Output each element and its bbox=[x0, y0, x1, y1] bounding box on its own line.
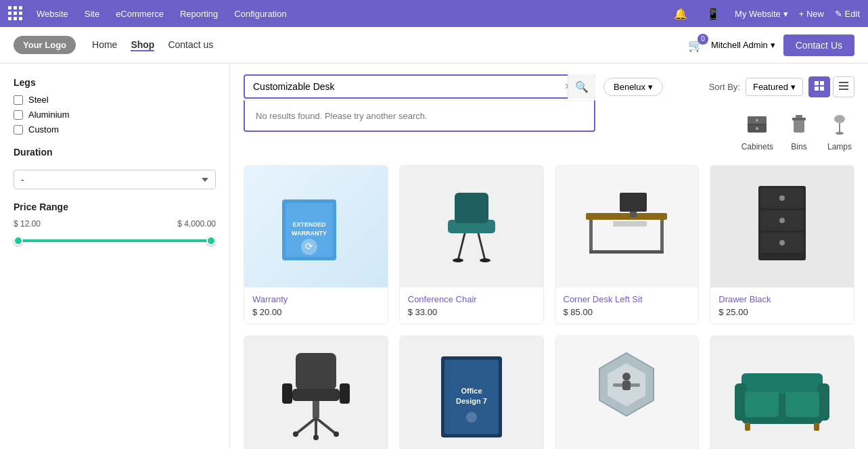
svg-rect-67 bbox=[741, 373, 823, 394]
svg-point-64 bbox=[622, 373, 631, 381]
svg-line-28 bbox=[478, 233, 485, 260]
svg-point-54 bbox=[334, 431, 339, 437]
product-price-drawer-black: $ 25.00 bbox=[718, 307, 846, 317]
svg-rect-33 bbox=[630, 212, 637, 217]
sort-dropdown[interactable]: Featured ▾ bbox=[746, 78, 803, 96]
my-website-dropdown[interactable]: My Website ▾ bbox=[735, 9, 788, 19]
duration-filter: Duration - bbox=[14, 147, 216, 189]
site-logo[interactable]: Your Logo bbox=[14, 36, 76, 54]
edit-button[interactable]: ✎ Edit bbox=[835, 9, 860, 19]
svg-point-10 bbox=[756, 127, 758, 130]
search-dropdown: No results found. Please try another sea… bbox=[244, 100, 595, 132]
svg-text:WARRANTY: WARRANTY bbox=[292, 230, 327, 237]
grid-view-button[interactable] bbox=[808, 76, 830, 97]
admin-dropdown[interactable]: Mitchell Admin ▾ bbox=[711, 40, 775, 50]
list-view-button[interactable] bbox=[833, 76, 854, 97]
contact-us-button[interactable]: Contact Us bbox=[783, 34, 854, 56]
category-lamps-label: Lamps bbox=[827, 142, 852, 151]
category-lamps[interactable]: Lamps bbox=[825, 110, 854, 151]
search-input[interactable]: Customizable Desk bbox=[244, 74, 595, 99]
category-cabinets[interactable]: Cabinets bbox=[741, 110, 773, 151]
legs-aluminium-checkbox[interactable] bbox=[14, 110, 23, 120]
product-image-office-chair bbox=[244, 336, 388, 449]
product-name-warranty[interactable]: Warranty bbox=[252, 294, 380, 304]
category-cabinets-label: Cabinets bbox=[741, 142, 773, 151]
svg-rect-14 bbox=[796, 115, 802, 118]
category-bins[interactable]: Bins bbox=[784, 110, 814, 151]
product-card-office-design[interactable]: Office Design 7 Office Design 7 $ 59.00 bbox=[399, 335, 544, 449]
svg-point-44 bbox=[779, 240, 785, 245]
svg-point-29 bbox=[453, 258, 463, 262]
svg-line-50 bbox=[296, 418, 316, 434]
product-card-warranty[interactable]: EXTENDED WARRANTY ⟳ Warranty $ 20.00 bbox=[244, 165, 388, 325]
legs-filter-title: Legs bbox=[14, 77, 216, 88]
nav-home[interactable]: Home bbox=[92, 39, 117, 51]
region-dropdown[interactable]: Benelux ▾ bbox=[603, 78, 663, 96]
product-card-office-chair[interactable]: Office Chair $ 45.00 bbox=[244, 335, 388, 449]
price-max: $ 4,000.00 bbox=[177, 219, 216, 229]
legs-custom-option[interactable]: Custom bbox=[14, 124, 216, 135]
svg-text:Design 7: Design 7 bbox=[456, 397, 487, 405]
svg-point-17 bbox=[836, 132, 844, 135]
product-info-drawer-black: Drawer Black $ 25.00 bbox=[710, 287, 854, 324]
product-name-conference-chair[interactable]: Conference Chair bbox=[408, 294, 535, 304]
legs-custom-label: Custom bbox=[28, 124, 59, 135]
product-card-drawer-black[interactable]: Drawer Black $ 25.00 bbox=[710, 165, 854, 325]
duration-select[interactable]: - bbox=[14, 170, 216, 189]
product-card-sofa[interactable]: Sofa $ 199.00 bbox=[710, 335, 854, 449]
svg-text:Office: Office bbox=[461, 387, 482, 395]
price-range-slider[interactable] bbox=[14, 234, 216, 247]
search-wrapper: Customizable Desk × 🔍 No results found. … bbox=[244, 74, 595, 99]
svg-rect-16 bbox=[839, 123, 840, 133]
product-card-conference-chair[interactable]: Conference Chair $ 33.00 bbox=[399, 165, 544, 325]
product-card-corner-desk[interactable]: Corner Desk Left Sit $ 85.00 bbox=[555, 165, 700, 325]
apps-menu-icon[interactable] bbox=[8, 6, 23, 21]
nav-contact[interactable]: Contact us bbox=[168, 39, 213, 51]
svg-point-9 bbox=[756, 119, 758, 122]
svg-rect-12 bbox=[794, 119, 804, 133]
search-submit-button[interactable]: 🔍 bbox=[568, 74, 595, 99]
notification-icon[interactable]: 🔔 bbox=[670, 6, 691, 22]
sort-chevron-icon: ▾ bbox=[791, 82, 796, 92]
search-no-results-text: No results found. Please try another sea… bbox=[256, 111, 428, 121]
product-image-meeting-pod bbox=[555, 336, 699, 449]
legs-custom-checkbox[interactable] bbox=[14, 125, 23, 135]
product-price-corner-desk: $ 85.00 bbox=[564, 307, 691, 317]
sidebar: Legs Steel Aluminium Custom Duration - P… bbox=[0, 64, 230, 449]
top-nav-reporting[interactable]: Reporting bbox=[177, 7, 221, 20]
admin-chevron-icon: ▾ bbox=[771, 40, 775, 50]
product-image-sofa bbox=[710, 336, 854, 449]
region-chevron-icon: ▾ bbox=[648, 82, 653, 92]
svg-rect-0 bbox=[815, 81, 819, 85]
svg-rect-72 bbox=[745, 423, 750, 431]
product-info-corner-desk: Corner Desk Left Sit $ 85.00 bbox=[555, 287, 699, 324]
nav-shop[interactable]: Shop bbox=[131, 39, 154, 51]
mobile-icon[interactable]: 📱 bbox=[702, 6, 724, 22]
product-name-corner-desk[interactable]: Corner Desk Left Sit bbox=[564, 294, 691, 304]
svg-rect-13 bbox=[792, 118, 806, 120]
range-thumb-right[interactable] bbox=[206, 236, 216, 245]
svg-point-43 bbox=[779, 218, 785, 223]
chevron-down-icon: ▾ bbox=[783, 9, 788, 19]
range-thumb-left[interactable] bbox=[14, 236, 23, 245]
main-content: Legs Steel Aluminium Custom Duration - P… bbox=[0, 64, 868, 449]
product-name-drawer-black[interactable]: Drawer Black bbox=[718, 294, 846, 304]
svg-rect-2 bbox=[815, 87, 819, 91]
svg-rect-26 bbox=[455, 193, 488, 223]
svg-rect-31 bbox=[586, 213, 667, 220]
product-card-meeting-pod[interactable]: Meeting Pod $ 299.00 bbox=[555, 335, 700, 449]
svg-text:EXTENDED: EXTENDED bbox=[292, 221, 326, 228]
legs-steel-option[interactable]: Steel bbox=[14, 95, 216, 105]
top-nav-site[interactable]: Site bbox=[82, 7, 102, 20]
cart-icon[interactable]: 🛒 0 bbox=[688, 38, 703, 53]
legs-steel-checkbox[interactable] bbox=[14, 95, 23, 105]
top-nav-configuration[interactable]: Configuration bbox=[231, 7, 289, 20]
top-nav-ecommerce[interactable]: eCommerce bbox=[113, 7, 166, 20]
svg-rect-46 bbox=[292, 389, 340, 401]
top-navigation: Website Site eCommerce Reporting Configu… bbox=[0, 0, 868, 27]
svg-point-53 bbox=[293, 431, 298, 437]
price-range-filter: Price Range $ 12.00 $ 4,000.00 bbox=[14, 202, 216, 247]
legs-aluminium-option[interactable]: Aluminium bbox=[14, 110, 216, 120]
top-nav-website[interactable]: Website bbox=[34, 7, 71, 20]
new-button[interactable]: + New bbox=[799, 9, 824, 19]
